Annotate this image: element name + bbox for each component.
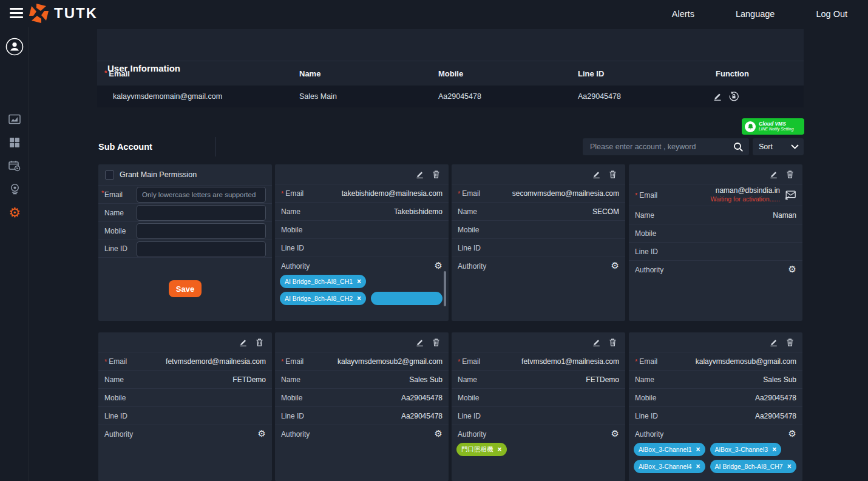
authority-tag: AiBox_3-Channel1× (634, 443, 705, 456)
edit-icon[interactable] (592, 338, 601, 347)
nav-language[interactable]: Language (736, 9, 775, 19)
main-email: kalayvmsdemomain@gmail.com (113, 92, 222, 101)
save-button[interactable]: Save (169, 280, 202, 297)
mobile-input[interactable] (137, 223, 266, 239)
tutk-logo: TUTK (28, 2, 98, 24)
line-id-value: Aa29045478 (401, 412, 442, 420)
remove-tag-icon[interactable]: × (498, 446, 502, 453)
name-value: FETDemo (586, 375, 619, 384)
email-value: takebishidemo@mailnesia.com (342, 189, 442, 198)
nav-alerts[interactable]: Alerts (672, 9, 694, 19)
email-value: fetvmsdemord@mailnesia.com (166, 357, 266, 366)
remove-tag-icon[interactable]: × (357, 295, 361, 302)
statistics-chart-icon[interactable] (0, 114, 29, 125)
authority-settings-icon[interactable]: ⚙ (435, 429, 442, 439)
brand-text: TUTK (54, 5, 98, 22)
delete-icon[interactable] (608, 338, 617, 347)
authority-settings-icon[interactable]: ⚙ (611, 261, 619, 271)
delete-icon[interactable] (608, 170, 617, 179)
line-id-input[interactable] (137, 241, 266, 257)
page: TUTK Alerts Language Log Out (0, 0, 868, 481)
dashboard-grid-icon[interactable] (0, 137, 29, 148)
playback-schedule-icon[interactable] (0, 160, 29, 172)
edit-icon[interactable] (415, 338, 424, 347)
sort-dropdown[interactable]: Sort (753, 138, 804, 155)
edit-icon[interactable] (415, 170, 424, 179)
sort-label: Sort (759, 143, 773, 151)
name-input[interactable] (137, 205, 266, 221)
search-icon[interactable] (733, 142, 744, 152)
badge-line2: LINE Notify Setting (759, 127, 793, 132)
edit-icon[interactable] (713, 92, 722, 101)
authority-settings-icon[interactable]: ⚙ (258, 429, 266, 439)
delete-icon[interactable] (432, 338, 441, 347)
edit-icon[interactable] (769, 338, 778, 347)
divider (215, 137, 216, 156)
col-function: Function (716, 69, 749, 78)
sub-account-card: *Emailkalayvmsdemosub2@gmail.com NameSal… (275, 332, 449, 481)
sub-account-card: *Emailkalayvmsdemosub@gmail.com NameSale… (629, 332, 802, 481)
new-sub-account-form-card: Grant Main Permission * Email Name Mobil… (98, 164, 272, 321)
authority-settings-icon[interactable]: ⚙ (788, 265, 796, 274)
remove-tag-icon[interactable]: × (696, 446, 700, 453)
user-information-panel: User Information *Email Name Mobile Line… (97, 29, 804, 107)
remove-tag-icon[interactable]: × (357, 278, 361, 285)
settings-gear-icon[interactable]: ⚙ (0, 205, 29, 220)
user-table-header: *Email Name Mobile Line ID Function (97, 61, 804, 86)
email-value: kalayvmsdemosub2@gmail.com (337, 357, 442, 366)
line-id-value: Aa29045478 (755, 412, 796, 420)
top-navigation: Alerts Language Log Out (672, 0, 847, 27)
grant-main-permission-checkbox[interactable] (105, 170, 114, 180)
delete-icon[interactable] (785, 338, 795, 347)
name-value: Naman (773, 211, 796, 220)
camera-icon[interactable] (0, 183, 29, 195)
edit-icon[interactable] (592, 170, 601, 179)
mobile-label: Mobile (104, 227, 126, 235)
authority-settings-icon[interactable]: ⚙ (788, 429, 796, 439)
delete-icon[interactable] (785, 170, 795, 179)
authority-tag: AI Bridge_8ch-AI8_CH7× (710, 460, 796, 473)
name-value: SECOM (592, 207, 619, 216)
search-input[interactable] (583, 138, 728, 155)
sub-account-card: *Email naman@dbsindia.in Waiting for act… (629, 164, 802, 321)
edit-icon[interactable] (239, 338, 248, 347)
authority-tag: AI Bridge_8ch-AI8_CH1× (280, 275, 366, 288)
line-id-label: Line ID (104, 244, 127, 253)
sub-account-card: *Emailtakebishidemo@mailnesia.com NameTa… (275, 164, 449, 321)
scrollbar-thumb[interactable] (444, 271, 446, 306)
delete-icon[interactable] (432, 170, 441, 179)
delete-icon[interactable] (255, 338, 264, 347)
menu-hamburger-icon[interactable] (10, 8, 23, 19)
main-mobile: Aa29045478 (438, 92, 481, 101)
name-value: Sales Sub (409, 375, 442, 384)
authority-tag: AiBox_3-Channel3× (710, 443, 782, 456)
email-label: Email (104, 190, 123, 199)
tutk-pinwheel-icon (28, 2, 50, 24)
bell-icon (745, 121, 756, 132)
remove-tag-icon[interactable]: × (696, 463, 700, 470)
email-value: naman@dbsindia.in (716, 186, 780, 196)
remove-tag-icon[interactable]: × (772, 446, 776, 453)
remove-tag-icon[interactable]: × (787, 463, 792, 470)
col-email: *Email (104, 69, 109, 78)
user-avatar-icon[interactable] (0, 38, 29, 56)
authority-settings-icon[interactable]: ⚙ (611, 429, 619, 439)
badge-line1: Cloud VMS (759, 121, 793, 127)
resend-activation-email-icon[interactable] (784, 190, 796, 200)
line-notify-setting-badge[interactable]: Cloud VMS LINE Notify Setting (742, 118, 804, 135)
nav-logout[interactable]: Log Out (816, 9, 847, 19)
reset-password-icon[interactable] (728, 91, 739, 102)
sub-account-card: *Emailfetvmsdemord@mailnesia.com NameFET… (98, 332, 272, 481)
authority-tags: 門口照相機× (452, 443, 625, 456)
email-value: secomvmsdemo@mailnesia.com (512, 189, 619, 198)
sub-account-card: *Emailsecomvmsdemo@mailnesia.com NameSEC… (452, 164, 625, 321)
main-name: Sales Main (299, 92, 337, 101)
top-bar: TUTK Alerts Language Log Out (0, 0, 868, 27)
authority-settings-icon[interactable]: ⚙ (435, 261, 442, 271)
grant-main-permission-label: Grant Main Permission (120, 170, 197, 179)
chevron-down-icon (791, 144, 799, 149)
mobile-value: Aa29045478 (755, 394, 796, 402)
email-input[interactable] (137, 187, 266, 203)
main-line-id: Aa29045478 (578, 92, 621, 101)
edit-icon[interactable] (769, 170, 778, 179)
